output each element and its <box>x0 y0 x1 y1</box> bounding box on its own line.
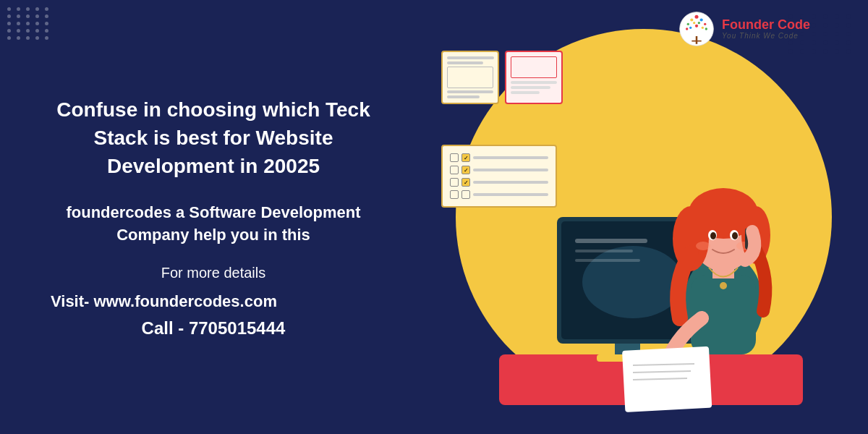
logo-area: Founder Code You Think We Code <box>678 11 810 47</box>
logo-tagline: You Think We Code <box>722 32 810 40</box>
svg-point-7 <box>698 22 700 24</box>
svg-point-33 <box>710 232 716 239</box>
doc1 <box>441 51 499 104</box>
svg-point-6 <box>693 22 695 24</box>
logo-text: Founder Code You Think We Code <box>722 18 810 41</box>
svg-point-1 <box>695 15 699 19</box>
svg-point-35 <box>696 242 710 250</box>
checklist: ✓ ✓ ✓ <box>441 145 557 208</box>
left-panel: Confuse in choosing which Teck Stack is … <box>0 0 420 434</box>
heading-line2: Stack is best for Website <box>94 127 333 149</box>
sub-heading-line2: Company help you in this <box>116 226 310 244</box>
visit-label[interactable]: Visit- www.foundercodes.com <box>43 292 383 311</box>
svg-rect-22 <box>575 250 633 252</box>
main-container: Confuse in choosing which Teck Stack is … <box>0 0 868 434</box>
svg-point-34 <box>732 232 738 239</box>
sub-heading: foundercodes a Software Development Comp… <box>43 202 383 247</box>
svg-point-38 <box>720 282 727 289</box>
svg-point-20 <box>582 246 684 318</box>
sub-heading-line1: foundercodes a Software Development <box>66 203 360 221</box>
logo-icon <box>678 11 715 47</box>
svg-point-10 <box>702 27 704 29</box>
right-panel: Founder Code You Think We Code <box>420 0 868 434</box>
svg-rect-23 <box>575 259 640 262</box>
svg-rect-21 <box>575 239 647 243</box>
svg-point-4 <box>687 23 689 25</box>
doc2 <box>505 51 563 104</box>
main-illustration <box>477 94 825 427</box>
svg-point-8 <box>689 27 692 29</box>
svg-point-3 <box>700 18 703 21</box>
heading-line1: Confuse in choosing which Teck <box>56 98 370 121</box>
svg-point-11 <box>686 27 688 30</box>
svg-point-9 <box>695 25 698 27</box>
floating-docs <box>441 51 563 104</box>
call-label: Call - 7705015444 <box>43 318 383 339</box>
svg-point-5 <box>704 23 706 25</box>
logo-name: Founder Code <box>722 18 810 33</box>
detail-label: For more details <box>43 265 383 281</box>
heading-line3: Development in 20025 <box>107 155 320 177</box>
main-heading: Confuse in choosing which Teck Stack is … <box>43 95 383 181</box>
svg-point-2 <box>690 18 693 21</box>
svg-point-12 <box>705 27 707 30</box>
